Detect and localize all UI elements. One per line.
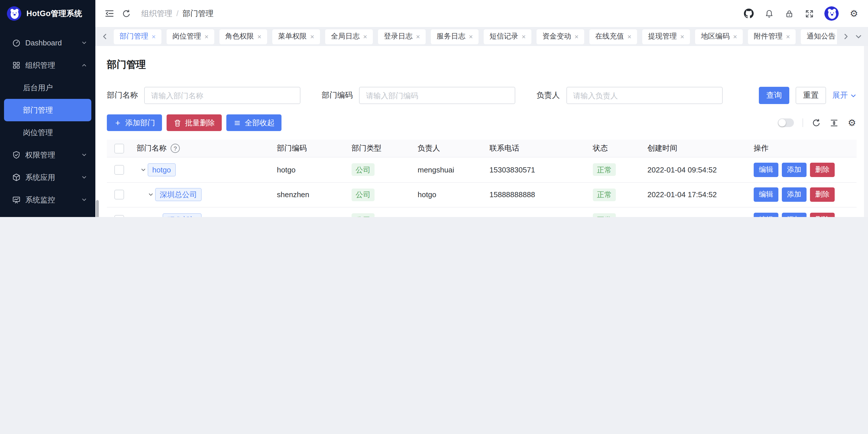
delete-button[interactable]: 删除 (810, 163, 835, 177)
table-header-row: 部门名称? 部门编码 部门类型 负责人 联系电话 状态 创建时间 操作 (107, 140, 857, 157)
department-tag[interactable]: 研发部门 (162, 213, 202, 217)
chevron-down-icon (81, 197, 87, 203)
fullscreen-icon[interactable] (804, 9, 814, 19)
close-icon[interactable]: × (575, 32, 579, 40)
tabs-dropdown-icon[interactable] (855, 33, 862, 40)
department-tag[interactable]: hotgo (148, 163, 176, 176)
bell-icon[interactable] (764, 9, 774, 19)
dept-code: science (270, 215, 345, 217)
tab-item[interactable]: 地区编码× (695, 29, 743, 44)
reload-table-icon[interactable] (812, 118, 821, 127)
striped-toggle[interactable] (778, 118, 794, 127)
tab-bar: 部门管理× 岗位管理× 角色权限× 菜单权限× 全局日志× 登录日志× 服务日志… (95, 27, 868, 46)
close-icon[interactable]: × (205, 32, 209, 40)
sidebar-item-dept-management[interactable]: 部门管理 (4, 99, 91, 121)
dashboard-icon (12, 38, 21, 47)
sidebar-item-post-management[interactable]: 岗位管理 (0, 121, 95, 144)
scrollbar-thumb[interactable] (96, 200, 99, 217)
department-tag[interactable]: 深圳总公司 (155, 188, 202, 201)
user-avatar[interactable] (824, 6, 839, 21)
lock-icon[interactable] (784, 9, 794, 19)
sidebar-item-permission[interactable]: 权限管理 (0, 144, 95, 166)
dept-leader: mengshuai (411, 166, 483, 174)
close-icon[interactable]: × (733, 32, 737, 40)
refresh-icon[interactable] (121, 9, 131, 19)
tab-item[interactable]: 部门管理× (114, 29, 161, 44)
expand-link[interactable]: 展开 (832, 90, 857, 100)
sidebar-item-system-settings[interactable]: ⚙ 系统设置 (0, 211, 95, 217)
reset-button[interactable]: 重置 (796, 87, 826, 104)
add-button[interactable]: 添加 (782, 163, 807, 177)
query-button[interactable]: 查询 (759, 87, 789, 104)
column-settings-gear-icon[interactable]: ⚙ (847, 118, 857, 127)
tab-item[interactable]: 在线充值× (589, 29, 637, 44)
tab-item[interactable]: 附件管理× (748, 29, 796, 44)
add-department-button[interactable]: + 添加部门 (107, 114, 162, 131)
tab-item[interactable]: 全局日志× (325, 29, 373, 44)
close-icon[interactable]: × (680, 32, 684, 40)
status-badge: 正常 (593, 189, 616, 201)
sidebar-collapse-icon[interactable] (104, 9, 114, 19)
close-icon[interactable]: × (627, 32, 631, 40)
sidebar-item-org-management[interactable]: 组织管理 (0, 54, 95, 77)
tab-item[interactable]: 短信记录× (484, 29, 531, 44)
sidebar-item-dashboard[interactable]: Dashboard (0, 32, 95, 54)
close-icon[interactable]: × (363, 32, 367, 40)
close-icon[interactable]: × (416, 32, 420, 40)
delete-button[interactable]: 删除 (810, 188, 835, 202)
add-button[interactable]: 添加 (782, 213, 807, 217)
created-time: 2022-01-04 09:54:52 (641, 166, 747, 174)
row-density-icon[interactable] (830, 118, 839, 127)
breadcrumb: 组织管理 / 部门管理 (141, 8, 214, 19)
breadcrumb-current[interactable]: 部门管理 (183, 8, 214, 19)
settings-gear-icon[interactable]: ⚙ (849, 9, 859, 19)
close-icon[interactable]: × (522, 32, 526, 40)
edit-button[interactable]: 编辑 (754, 188, 778, 202)
shield-icon (12, 151, 21, 159)
close-icon[interactable]: × (152, 32, 156, 40)
dept-code-input[interactable] (359, 87, 515, 104)
sidebar-item-label: Dashboard (25, 38, 81, 47)
app-logo[interactable]: HotGo管理系统 (0, 0, 95, 27)
sidebar-item-system-monitor[interactable]: 系统监控 (0, 189, 95, 211)
table-toolbar: + 添加部门 批量删除 全部收起 ⚙ (107, 114, 857, 131)
dept-name-input[interactable] (144, 87, 301, 104)
select-all-checkbox[interactable] (114, 143, 124, 153)
row-checkbox[interactable] (114, 165, 124, 175)
tab-item[interactable]: 服务日志× (431, 29, 478, 44)
sidebar-menu: Dashboard 组织管理 后台用户 部门管理 岗位管理 权限管理 (0, 27, 95, 217)
close-icon[interactable]: × (257, 32, 261, 40)
row-checkbox[interactable] (114, 215, 124, 217)
expand-arrow-icon[interactable] (148, 192, 155, 198)
close-icon[interactable]: × (786, 32, 790, 40)
tab-item[interactable]: 菜单权限× (272, 29, 320, 44)
batch-delete-button[interactable]: 批量删除 (166, 114, 222, 131)
delete-button[interactable]: 删除 (810, 213, 835, 217)
sidebar-item-system-app[interactable]: 系统应用 (0, 166, 95, 189)
scrollbar-track[interactable] (864, 46, 868, 217)
sidebar-item-backend-users[interactable]: 后台用户 (0, 77, 95, 99)
tab-item[interactable]: 通知公告× (801, 29, 837, 44)
tab-item[interactable]: 登录日志× (378, 29, 426, 44)
leader-input[interactable] (566, 87, 722, 104)
tabs-scroll-right-icon[interactable] (842, 33, 849, 40)
row-checkbox[interactable] (114, 190, 124, 200)
tabs-scroll-left-icon[interactable] (101, 33, 108, 40)
help-icon[interactable]: ? (170, 144, 180, 153)
tab-item[interactable]: 资金变动× (536, 29, 584, 44)
breadcrumb-parent[interactable]: 组织管理 (141, 8, 172, 19)
edit-button[interactable]: 编辑 (754, 213, 778, 217)
tab-item[interactable]: 岗位管理× (166, 29, 214, 44)
tab-item[interactable]: 角色权限× (219, 29, 267, 44)
tab-label: 登录日志 (384, 32, 412, 41)
close-icon[interactable]: × (469, 32, 473, 40)
expand-arrow-icon[interactable] (140, 167, 148, 173)
chevron-up-icon (81, 62, 87, 68)
grid-icon (12, 61, 21, 69)
github-icon[interactable] (744, 9, 754, 19)
collapse-all-button[interactable]: 全部收起 (226, 114, 281, 131)
edit-button[interactable]: 编辑 (754, 163, 778, 177)
close-icon[interactable]: × (310, 32, 314, 40)
add-button[interactable]: 添加 (782, 188, 807, 202)
tab-item[interactable]: 提现管理× (642, 29, 690, 44)
